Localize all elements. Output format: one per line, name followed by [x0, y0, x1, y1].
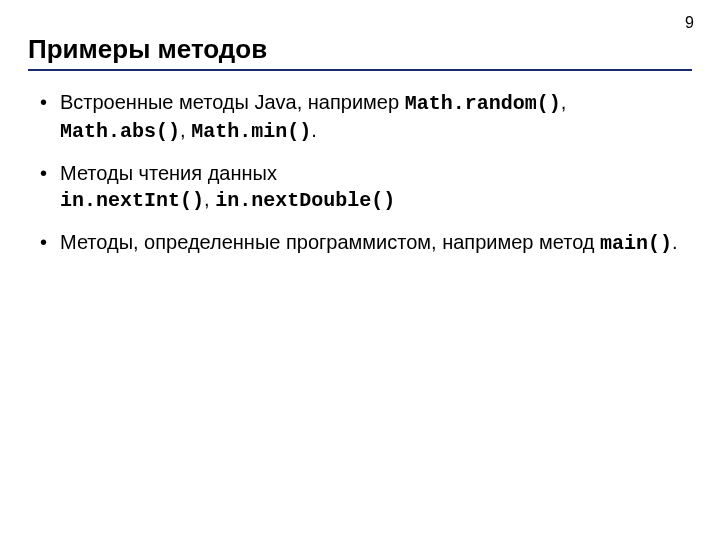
separator: ,	[561, 91, 567, 113]
list-item: Встроенные методы Java, например Math.ra…	[36, 89, 692, 146]
bullet-after: .	[311, 119, 317, 141]
code-snippet: in.nextInt()	[60, 189, 204, 212]
bullet-after: .	[672, 231, 678, 253]
list-item: Методы чтения данных in.nextInt(), in.ne…	[36, 160, 692, 215]
separator: ,	[204, 188, 215, 210]
bullet-text: Методы чтения данных	[60, 162, 277, 184]
code-snippet: main()	[600, 232, 672, 255]
code-snippet: Math.random()	[405, 92, 561, 115]
code-snippet: Math.min()	[191, 120, 311, 143]
slide-title: Примеры методов	[28, 34, 692, 65]
code-snippet: in.nextDouble()	[215, 189, 395, 212]
code-snippet: Math.abs()	[60, 120, 180, 143]
list-item: Методы, определенные программистом, напр…	[36, 229, 692, 257]
bullet-text: Методы, определенные программистом, напр…	[60, 231, 600, 253]
title-underline	[28, 69, 692, 71]
bullet-list: Встроенные методы Java, например Math.ra…	[28, 89, 692, 257]
separator: ,	[180, 119, 191, 141]
page-number: 9	[685, 14, 694, 32]
bullet-text: Встроенные методы Java, например	[60, 91, 405, 113]
